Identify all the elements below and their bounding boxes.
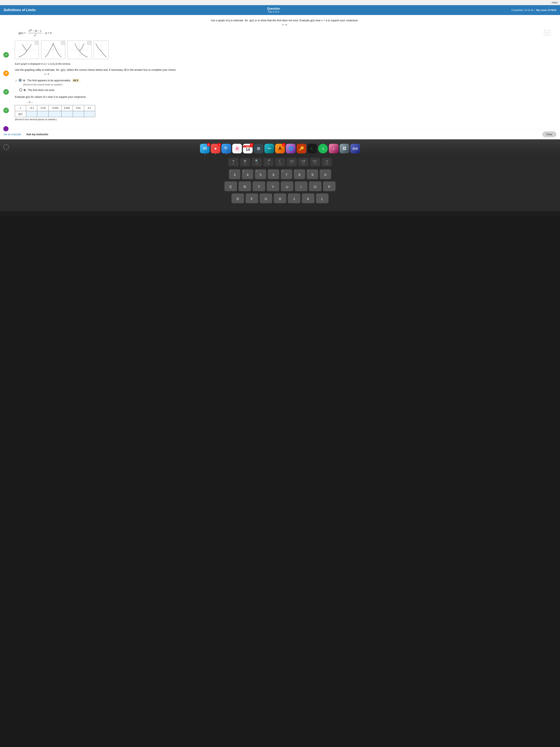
dock-chrome-dot <box>215 154 216 155</box>
choice-a-radio[interactable] <box>19 79 22 82</box>
choice-b-radio[interactable] <box>19 88 22 91</box>
gx-val-4[interactable] <box>61 111 73 117</box>
key-p-main: P <box>325 185 333 189</box>
fn-key-f10[interactable]: ◁ F10 <box>322 158 332 166</box>
dock-spotify-icon[interactable]: ♫ <box>318 144 328 153</box>
clear-button[interactable]: Clear <box>542 132 556 137</box>
key-5-top: % <box>256 170 258 172</box>
key-t[interactable]: T <box>252 181 265 191</box>
key-f[interactable]: F <box>245 194 258 203</box>
graph-2-expand[interactable]: ⤢ <box>61 41 64 45</box>
key-y-main: Y <box>269 185 277 189</box>
arrow-indicator: → 0 ← <box>26 100 33 104</box>
key-u[interactable]: U <box>281 181 293 191</box>
graphs-row: ⤢ ⤢ ⤢ <box>15 41 555 59</box>
fn-key-f7[interactable]: ◁◁ F7 <box>287 158 297 166</box>
key-k-main: K <box>304 197 312 201</box>
dock-photos-icon[interactable]: 🌸 <box>232 144 242 153</box>
dock-app5-icon[interactable]: 🔑 <box>297 144 306 153</box>
fn-key-f2[interactable]: ☀ F2 <box>228 158 239 166</box>
key-6[interactable]: ^ 6 <box>268 169 279 179</box>
letter-row-dfghjkl: D F G H J K L <box>5 194 555 203</box>
key-8[interactable]: * 8 <box>294 169 305 179</box>
window-dots-button[interactable]: ··· <box>544 30 551 36</box>
fn-key-row: ☀ F2 ⊞ F3 🔍 F4 🎤 F5 ☾ F6 ◁◁ F7 ▷II F8 ▷▷ <box>5 158 555 166</box>
question-label: Question <box>267 7 280 10</box>
key-l[interactable]: L <box>316 194 328 203</box>
key-5-main: 5 <box>258 173 264 177</box>
key-3-top: # <box>230 170 231 172</box>
dock-music-icon[interactable]: ♪ <box>329 144 339 153</box>
key-p[interactable]: P <box>323 181 336 191</box>
key-5[interactable]: % 5 <box>255 169 266 179</box>
key-y[interactable]: Y <box>267 181 279 191</box>
dock-terminal-icon[interactable]: >_ <box>308 144 317 153</box>
key-g[interactable]: G <box>260 194 272 203</box>
dock-app2-icon[interactable]: 〜 <box>264 144 274 153</box>
choice-b-label: B. <box>24 88 27 92</box>
key-7[interactable]: & 7 <box>281 169 292 179</box>
table-instruction: Evaluate g(x) for values of x near 0 to … <box>15 95 555 99</box>
key-r[interactable]: R <box>239 181 251 191</box>
header-bar: Definitions of Limits Question Part 3 of… <box>0 5 560 15</box>
col-neg01: −0.1 <box>26 105 37 111</box>
f6-icon: ☾ <box>277 159 283 162</box>
key-e[interactable]: E <box>224 181 237 191</box>
key-h[interactable]: H <box>274 194 286 203</box>
key-0[interactable]: ) 0 <box>320 169 331 179</box>
key-l-main: L <box>319 197 326 201</box>
key-3[interactable]: # 3 <box>229 169 240 179</box>
key-7-top: & <box>282 170 283 172</box>
key-9-main: 9 <box>309 173 316 177</box>
gx-val-3[interactable] <box>49 111 61 117</box>
graph-1-expand[interactable]: ⤢ <box>35 41 38 45</box>
laptop-bezel <box>0 211 560 216</box>
key-9[interactable]: ( 9 <box>307 169 318 179</box>
browser-chrome: Aidan <box>0 0 560 5</box>
dock-finder-icon[interactable]: 🔍 <box>221 144 231 153</box>
gx-val-6[interactable] <box>84 111 95 117</box>
gx-val-1[interactable] <box>26 111 37 117</box>
graph-3-expand[interactable]: ⤢ <box>87 41 91 45</box>
dock-photo-app-icon[interactable]: 🖼 <box>340 144 349 153</box>
dock-app3-icon[interactable]: A 1 <box>275 144 285 153</box>
f2-icon: ☀ <box>230 159 237 162</box>
col-neg001: −0.01 <box>37 105 49 111</box>
indicator-purple <box>3 126 8 131</box>
fn-key-f9[interactable]: ▷▷ F9 <box>310 158 320 166</box>
fn-key-f8[interactable]: ▷II F8 <box>298 158 309 166</box>
gx-val-2[interactable] <box>37 111 49 117</box>
ask-instructor-link[interactable]: Ask my instructor <box>26 133 48 136</box>
fn-key-f5[interactable]: 🎤 F5 <box>263 158 273 166</box>
fn-key-f3[interactable]: ⊞ F3 <box>240 158 250 166</box>
fn-key-f6[interactable]: ☾ F6 <box>275 158 285 166</box>
key-i[interactable]: I <box>295 181 308 191</box>
key-k[interactable]: K <box>302 194 315 203</box>
choice-a-value[interactable]: 40.5 <box>72 79 79 82</box>
dock-chrome-icon[interactable]: ● 3 <box>211 144 220 153</box>
col-pos0001: 0.001 <box>61 105 73 111</box>
completed-text: Completed: 10 of 19 <box>511 9 533 11</box>
key-o[interactable]: O <box>309 181 321 191</box>
gx-val-5[interactable] <box>73 111 84 117</box>
graphing-instruction: Use the graphing utility to estimate lim… <box>15 68 555 76</box>
dock-mail-dot <box>205 154 205 155</box>
dock-cal-badge: 2 <box>250 143 254 146</box>
dock-area: ✉ 5 ● 3 🔍 🌸 SEP 14 2 ⊞ 〜 A 1 🌐 🔑 >_ <box>0 139 560 154</box>
dock-grid-icon[interactable]: ⊞⊞ <box>350 144 360 153</box>
key-4[interactable]: $ 4 <box>242 169 254 179</box>
dock-cal-date: 14 <box>246 148 250 152</box>
dock-mail-icon[interactable]: ✉ 5 <box>200 144 210 153</box>
key-j[interactable]: J <box>288 194 300 203</box>
problem-instructions: Use a graph of g to estimate lim g(x) or… <box>15 18 555 27</box>
key-9-top: ( <box>308 170 308 172</box>
dock-app1-icon[interactable]: ⊞ <box>254 144 263 153</box>
dock-calendar-icon[interactable]: SEP 14 2 <box>243 144 252 153</box>
key-6-top: ^ <box>269 170 270 172</box>
key-d[interactable]: D <box>232 194 244 203</box>
fn-key-f4[interactable]: 🔍 F4 <box>252 158 262 166</box>
dock-app4-icon[interactable]: 🌐 <box>286 144 296 153</box>
indicator-x-1: ✗ <box>3 71 9 76</box>
key-t-main: T <box>255 185 263 189</box>
key-g-main: G <box>262 197 270 201</box>
